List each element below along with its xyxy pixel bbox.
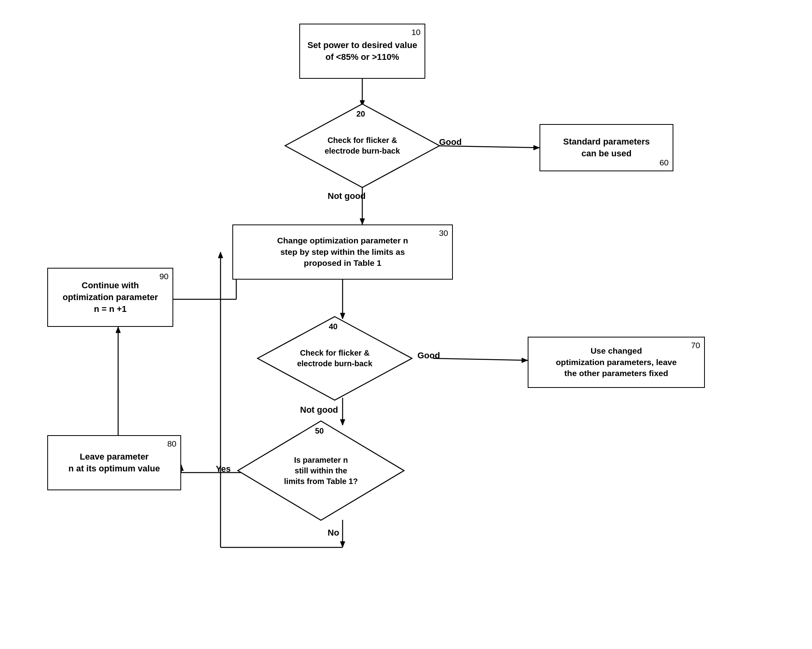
box-10-label: Set power to desired value of <85% or >1… — [305, 39, 420, 63]
step-50-num: 50 — [315, 426, 324, 436]
diamond-50: Is parameter nstill within thelimits fro… — [236, 419, 406, 522]
svg-marker-24 — [218, 252, 223, 258]
yes-50-label: Yes — [216, 464, 231, 474]
no-50-label: No — [328, 528, 339, 538]
box-90: Continue withoptimization parametern = n… — [47, 268, 173, 327]
diamond-20: Check for flicker &electrode burn-back 2… — [284, 102, 441, 189]
svg-marker-16 — [116, 327, 121, 333]
svg-marker-21 — [340, 541, 345, 547]
svg-marker-5 — [360, 219, 365, 224]
step-60-num: 60 — [660, 157, 669, 168]
step-40-num: 40 — [329, 322, 337, 331]
good-40-label: Good — [417, 350, 440, 361]
diamond-50-label: Is parameter nstill within thelimits fro… — [270, 455, 372, 487]
box-70: Use changedoptimization parameters, leav… — [528, 337, 705, 388]
diamond-40-label: Check for flicker &electrode burn-back — [289, 348, 380, 369]
box-80-label: Leave parametern at its optimum value — [69, 451, 160, 474]
box-80: Leave parametern at its optimum value 80 — [47, 435, 181, 490]
notgood-40-label: Not good — [300, 405, 338, 415]
box-60-label: Standard parameterscan be used — [563, 136, 650, 159]
step-90-num: 90 — [159, 271, 169, 282]
box-90-label: Continue withoptimization parametern = n… — [63, 280, 158, 315]
step-80-num: 80 — [167, 438, 176, 449]
notgood-20-label: Not good — [328, 191, 366, 201]
box-70-label: Use changedoptimization parameters, leav… — [556, 345, 677, 379]
step-70-num: 70 — [691, 340, 700, 351]
diamond-40: Check for flicker &electrode burn-back 4… — [256, 315, 413, 402]
step-10-num: 10 — [412, 27, 421, 38]
step-20-num: 20 — [356, 109, 365, 119]
step-30-num: 30 — [439, 228, 448, 239]
svg-line-8 — [433, 358, 528, 360]
box-60: Standard parameterscan be used 60 — [539, 124, 673, 171]
box-30-label: Change optimization parameter nstep by s… — [277, 235, 408, 269]
box-30: Change optimization parameter nstep by s… — [232, 224, 453, 280]
box-10: Set power to desired value of <85% or >1… — [299, 24, 425, 79]
flowchart: Set power to desired value of <85% or >1… — [0, 0, 812, 649]
svg-marker-9 — [522, 358, 528, 363]
good-20-label: Good — [439, 137, 462, 147]
svg-marker-3 — [534, 145, 539, 150]
diamond-20-label: Check for flicker &electrode burn-back — [315, 135, 410, 156]
